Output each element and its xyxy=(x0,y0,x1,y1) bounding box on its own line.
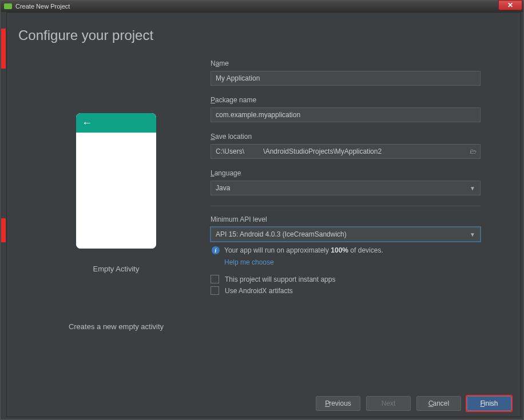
chevron-down-icon: ▼ xyxy=(470,231,475,238)
titlebar: Create New Project ✕ xyxy=(1,1,523,12)
package-input[interactable]: com.example.myapplication xyxy=(211,107,481,122)
page-title: Configure your project xyxy=(7,13,521,43)
min-api-label: Minimum API level xyxy=(211,215,506,223)
dialog-body: Configure your project ← Empty Activity … xyxy=(6,12,521,417)
browse-folder-icon[interactable]: 🗁 xyxy=(470,147,477,155)
androidx-row: Use AndroidX artifacts xyxy=(211,286,506,295)
language-label: Language xyxy=(211,169,506,177)
language-select[interactable]: Java ▼ xyxy=(211,181,481,195)
info-icon: i xyxy=(212,246,220,254)
androidx-label: Use AndroidX artifacts xyxy=(225,287,293,295)
field-package: Package name com.example.myapplication xyxy=(211,96,506,122)
content-area: ← Empty Activity Creates a new empty act… xyxy=(7,43,521,331)
name-label: Name xyxy=(211,59,506,67)
instant-apps-label: This project will support instant apps xyxy=(225,275,335,283)
back-arrow-icon: ← xyxy=(82,117,92,129)
field-min-api: Minimum API level API 15: Android 4.0.3 … xyxy=(211,215,506,242)
save-location-input[interactable]: C:\Users\ \AndroidStudioProjects\MyAppli… xyxy=(211,144,481,159)
phone-preview: ← xyxy=(76,113,156,249)
window-title: Create New Project xyxy=(15,3,70,10)
next-button: Next xyxy=(366,396,411,411)
preview-column: ← Empty Activity Creates a new empty act… xyxy=(22,59,211,331)
window: Create New Project ✕ Configure your proj… xyxy=(0,0,524,420)
finish-button[interactable]: Finish xyxy=(467,396,511,411)
api-info-text: i Your app will run on approximately 100… xyxy=(211,246,506,254)
preview-body xyxy=(76,133,156,249)
button-bar: Previous Next Cancel Finish xyxy=(316,396,511,411)
instant-apps-checkbox[interactable] xyxy=(211,275,219,283)
field-save-location: Save location C:\Users\ \AndroidStudioPr… xyxy=(211,133,506,159)
field-language: Language Java ▼ xyxy=(211,169,506,195)
preview-description: Creates a new empty activity xyxy=(69,322,164,331)
androidx-checkbox[interactable] xyxy=(211,286,219,295)
form-column: Name My Application Package name com.exa… xyxy=(211,59,506,331)
field-name: Name My Application xyxy=(211,59,506,86)
save-location-label: Save location xyxy=(211,133,506,141)
cancel-button[interactable]: Cancel xyxy=(416,396,461,411)
instant-apps-row: This project will support instant apps xyxy=(211,275,506,283)
divider xyxy=(211,206,481,206)
close-icon: ✕ xyxy=(507,1,513,9)
preview-appbar: ← xyxy=(76,113,156,133)
min-api-select[interactable]: API 15: Android 4.0.3 (IceCreamSandwich)… xyxy=(211,227,481,242)
annotation-marker-2 xyxy=(1,218,6,242)
previous-button[interactable]: Previous xyxy=(316,396,360,411)
app-icon xyxy=(4,3,12,9)
close-button[interactable]: ✕ xyxy=(498,0,522,10)
help-me-choose-link[interactable]: Help me choose xyxy=(224,258,274,266)
chevron-down-icon: ▼ xyxy=(470,185,475,191)
annotation-marker-1 xyxy=(1,29,6,69)
name-input[interactable]: My Application xyxy=(211,71,481,86)
preview-title: Empty Activity xyxy=(93,265,140,273)
package-label: Package name xyxy=(211,96,506,104)
